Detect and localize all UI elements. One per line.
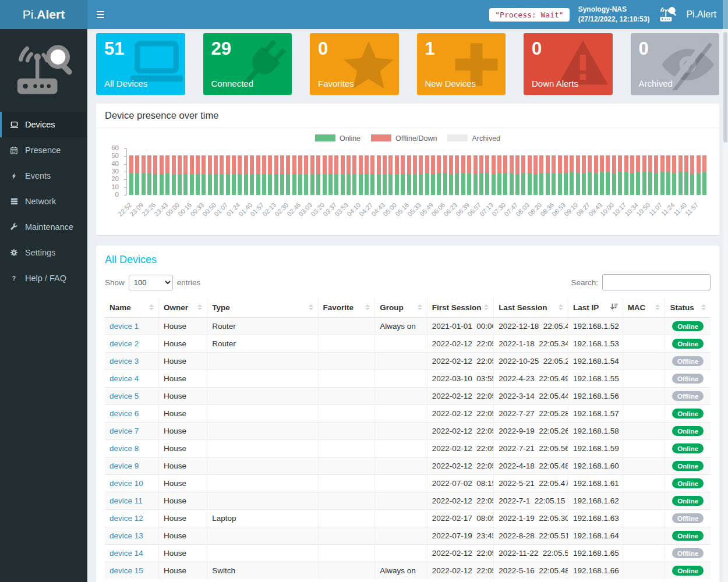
stacked-bar	[388, 155, 393, 195]
cell-favorite	[318, 353, 375, 370]
device-link[interactable]: device 14	[109, 549, 143, 558]
column-label: First Session	[432, 303, 482, 312]
stacked-bar	[147, 155, 151, 195]
stacked-bar	[521, 155, 525, 195]
device-link[interactable]: device 6	[109, 409, 139, 418]
stacked-bar	[539, 155, 543, 195]
stacked-bar	[208, 155, 212, 195]
stacked-bar	[298, 155, 302, 195]
card-label: All Devices	[104, 79, 177, 88]
sidebar-item-label: Help / FAQ	[25, 274, 66, 283]
card-all-devices[interactable]: 51All Devices	[96, 33, 185, 95]
cell-favorite	[318, 388, 375, 405]
card-favorites[interactable]: 0Favorites	[310, 33, 399, 95]
stacked-bar	[648, 155, 652, 195]
page-length-select[interactable]: 100	[129, 275, 173, 290]
sidebar-item-maintenance[interactable]: Maintenance	[0, 214, 87, 240]
cell-mac	[623, 423, 665, 440]
status-badge: Online	[672, 321, 704, 331]
device-link[interactable]: device 1	[109, 322, 139, 331]
sidebar-item-network[interactable]: Network	[0, 189, 87, 214]
column-header-last-ip[interactable]: Last IP	[568, 297, 623, 318]
stacked-bar	[552, 155, 556, 195]
device-name-cell: device 8	[105, 440, 159, 457]
cell-first-session: 2021-01-01 00:00	[427, 318, 493, 335]
cell-last-ip: 192.168.1.66	[568, 562, 623, 580]
entries-label: entries	[177, 278, 201, 287]
cell-last-ip: 192.168.1.62	[568, 492, 623, 510]
device-name-cell: device 9	[105, 457, 159, 475]
sidebar-item-settings[interactable]: Settings	[0, 240, 87, 265]
legend-item-archived[interactable]: Archived	[447, 134, 500, 143]
column-header-name[interactable]: Name	[105, 297, 159, 318]
stacked-bar	[570, 155, 574, 195]
sidebar-item-events[interactable]: Events	[0, 163, 87, 189]
sidebar-item-devices[interactable]: Devices	[0, 112, 87, 137]
stacked-bar	[479, 155, 483, 195]
column-header-group[interactable]: Group	[375, 297, 427, 318]
device-link[interactable]: device 4	[109, 374, 139, 383]
sidebar-toggle-button[interactable]	[87, 0, 114, 29]
device-link[interactable]: device 12	[109, 514, 143, 523]
card-connected[interactable]: 29Connected	[203, 33, 292, 95]
card-archived[interactable]: 0Archived	[631, 33, 720, 95]
cell-last-ip: 192.168.1.63	[568, 510, 623, 527]
cell-mac	[623, 545, 665, 562]
column-header-owner[interactable]: Owner	[159, 297, 207, 318]
device-link[interactable]: device 7	[109, 427, 139, 435]
column-header-first-session[interactable]: First Session	[427, 297, 493, 318]
device-link[interactable]: device 13	[109, 531, 143, 540]
cell-last-ip: 192.168.1.56	[568, 388, 623, 405]
card-value: 29	[211, 38, 284, 59]
cell-favorite	[318, 475, 375, 492]
card-label: New Devices	[425, 79, 498, 88]
search-input[interactable]	[602, 274, 711, 290]
cell-group	[375, 475, 427, 492]
scrollbar[interactable]	[723, 0, 728, 582]
cell-owner: House	[159, 423, 207, 440]
card-value: 0	[639, 38, 712, 59]
stacked-bar	[546, 155, 550, 195]
sort-both-icon	[365, 304, 370, 310]
column-header-last-session[interactable]: Last Session	[494, 297, 568, 318]
status-cell: Online	[665, 562, 711, 580]
device-link[interactable]: device 11	[109, 496, 143, 505]
device-link[interactable]: device 9	[109, 462, 139, 470]
chart-panel-title: Device presence over time	[96, 104, 719, 128]
cell-group	[375, 545, 427, 562]
stacked-bar	[606, 155, 610, 195]
column-header-favorite[interactable]: Favorite	[318, 297, 375, 318]
table-header-row: NameOwnerTypeFavoriteGroupFirst SessionL…	[105, 297, 711, 318]
device-link[interactable]: device 10	[109, 479, 143, 488]
column-header-type[interactable]: Type	[207, 297, 318, 318]
stacked-bar	[262, 155, 266, 195]
device-link[interactable]: device 2	[109, 339, 139, 348]
legend-item-online[interactable]: Online	[315, 134, 361, 143]
legend-item-offline-down[interactable]: Offline/Down	[371, 134, 437, 143]
sidebar-item-help-faq[interactable]: ?Help / FAQ	[0, 265, 87, 291]
card-new-devices[interactable]: 1New Devices	[417, 33, 506, 95]
status-cell: Offline	[665, 353, 711, 370]
cell-type	[207, 527, 318, 545]
cell-last-ip: 192.168.1.60	[568, 457, 623, 475]
card-down-alerts[interactable]: 0Down Alerts	[524, 33, 613, 95]
cell-last-session: 2022-12-18 22:05.47	[494, 318, 568, 335]
column-header-mac[interactable]: MAC	[623, 297, 665, 318]
sidebar-item-presence[interactable]: Presence	[0, 137, 87, 163]
sort-both-icon	[309, 304, 313, 310]
device-link[interactable]: device 5	[109, 392, 139, 400]
cell-last-session: 2022-10-25 22:05.23	[494, 353, 568, 370]
scrollbar-thumb[interactable]	[723, 32, 727, 143]
device-name-cell: device 2	[105, 335, 159, 353]
stacked-bar	[370, 155, 374, 195]
brand-logo[interactable]: Pi.Alert	[0, 0, 87, 29]
device-link[interactable]: device 3	[109, 357, 139, 365]
column-header-status[interactable]: Status	[665, 297, 711, 318]
stacked-bar	[684, 155, 688, 195]
stacked-bar	[600, 155, 604, 195]
cell-group: Always on	[375, 562, 427, 580]
cell-owner: House	[159, 457, 207, 475]
device-link[interactable]: device 8	[109, 444, 139, 453]
stacked-bar	[153, 155, 157, 195]
device-link[interactable]: device 15	[109, 566, 143, 575]
